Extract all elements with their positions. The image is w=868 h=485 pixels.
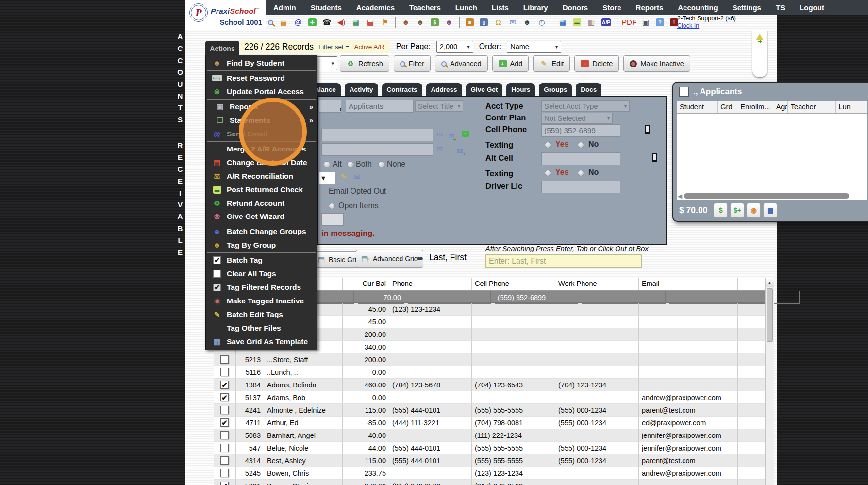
row-checkbox[interactable] [220,368,229,376]
statement-select[interactable]: ▾ [319,172,335,184]
table-row[interactable]: ✔4711Arthur, Ed-85.00(444) 111-3221(704)… [214,417,765,429]
email-field[interactable] [321,129,433,141]
menu-item-reset-password[interactable]: ⌨Reset Password [206,71,317,85]
email-alt-radio[interactable] [324,161,330,167]
filter-button[interactable]: Filter [394,55,431,72]
menu-item-reports[interactable]: ▣Reports» [206,100,317,114]
grid-icon[interactable]: ▦ [558,18,567,27]
table-row[interactable]: 4241Almonte , Edelnize115.00(555) 444-01… [214,404,765,417]
menu-item-a-r-reconciliation[interactable]: ⚖A/R Reconciliation [206,169,317,183]
check-green-icon[interactable]: ▬ [573,18,581,26]
row-checkbox[interactable] [220,456,229,465]
search-icon[interactable] [268,20,273,25]
help-icon[interactable]: ? [656,18,664,26]
acct-type-select[interactable]: Select Acct Type▾ [541,100,630,112]
add-payment-button[interactable]: $+ [730,203,744,218]
edit-button[interactable]: ✎Edit [533,55,570,72]
dialog-scroll-thumb[interactable] [684,193,849,199]
open-envelope-icon[interactable]: ✉ [354,172,360,182]
nav-item-store[interactable]: Store [595,0,628,15]
dialog-column-enrollm-[interactable]: Enrollm... [737,101,773,113]
charge-button[interactable]: $ [714,203,728,218]
chat-add-icon[interactable]: ⋯ [462,131,469,137]
family-icon[interactable]: ☻ [445,18,453,27]
menu-item-tag-by-group[interactable]: ☻Tag By Group [206,238,317,252]
slide-out-handle[interactable]: ➜ [752,30,767,77]
applicants-dialog-header[interactable]: ., Applicants [673,83,868,101]
nav-item-ts[interactable]: TS [768,0,792,15]
menu-item-statements[interactable]: ❐Statements» [206,114,317,127]
nav-item-lunch[interactable]: Lunch [448,0,484,15]
nav-item-reports[interactable]: Reports [629,0,671,15]
card-swipe-button[interactable]: ◉ [747,203,761,218]
advanced-button[interactable]: Advanced [435,55,488,72]
tab-docs[interactable]: Docs [576,83,601,96]
table-row[interactable]: ✔1384Adams, Belinda460.00(704) 123-5678(… [214,379,765,391]
row-checkbox[interactable]: ✔ [220,418,229,427]
money-icon[interactable]: $ [431,18,439,26]
menu-item-change-bal-as-of-date[interactable]: ▤Change Bal As of Date [206,156,317,169]
cards-icon[interactable]: ▦ [279,18,288,27]
send-envelope-icon[interactable]: ✉ [448,133,454,141]
cell-phone-field[interactable] [541,124,620,137]
add-button[interactable]: +Add [492,55,529,72]
menu-item-clear-all-tags[interactable]: Clear All Tags [206,267,317,281]
texting-no-radio[interactable] [578,142,584,148]
table-row[interactable]: 5116..Lunch, ..0.00 [214,366,765,379]
row-checkbox[interactable]: ✔ [220,381,229,389]
scrollbar-thumb[interactable] [767,288,773,342]
staff-icon[interactable]: ☻ [523,18,532,27]
dialog-column-grd[interactable]: Grd [718,101,737,113]
make-inactive-button[interactable]: Make Inactive [623,55,690,72]
advanced-grid-button[interactable]: ▤✎ Advanced Grid [356,250,423,268]
row-checkbox[interactable]: ✔ [220,482,229,485]
row-checkbox[interactable] [220,406,229,414]
title-select[interactable]: Select Title▾ [415,100,463,112]
dialog-column-student[interactable]: Student [677,101,718,113]
nav-item-teachers[interactable]: Teachers [402,0,448,15]
texting2-yes-radio[interactable] [545,170,551,176]
row-checkbox[interactable] [220,469,229,477]
menu-item-make-tagged-inactive[interactable]: Make Tagged Inactive [206,294,317,308]
nav-item-accounting[interactable]: Accounting [670,0,725,15]
menu-item-batch-change-groups[interactable]: ☻Batch Change Groups [206,225,317,238]
tab-activity[interactable]: Activity [345,83,378,96]
ap-icon[interactable]: A/P [601,18,611,26]
menu-item-batch-tag[interactable]: ✔Batch Tag [206,253,317,267]
menu-item-batch-edit-tags[interactable]: ✎Batch Edit Tags [206,308,317,321]
row-checkbox[interactable] [220,431,229,439]
order-select[interactable]: Name▾ [507,41,561,53]
menu-item-tag-filtered-records[interactable]: ✔Tag Filtered Records [206,281,317,294]
texting-yes-radio[interactable] [545,142,551,148]
dialog-column-lun[interactable]: Lun [836,101,867,113]
send-envelope-icon[interactable]: ✉ [457,147,463,155]
nav-item-settings[interactable]: Settings [725,0,768,15]
email-none-radio[interactable] [378,161,384,167]
lunch-icon[interactable]: ≡ [466,18,474,26]
scroll-left-icon[interactable]: ◀ [678,193,682,200]
open-items-radio[interactable] [329,203,335,209]
table-row[interactable]: 547Belue, Nicole44.00(555) 444-0101(555)… [214,442,765,454]
dialog-checkbox[interactable] [679,87,689,97]
megaphone-icon[interactable]: ⚑ [381,18,389,27]
nav-item-donors[interactable]: Donors [555,0,596,15]
menu-item-refund-account[interactable]: ♻Refund Account [206,197,317,210]
table-row[interactable]: ✔5137Adams, Bob0.00andrew@praxipower.com [214,391,765,404]
edit-pencil-icon[interactable]: ✎ [340,172,347,181]
table-row[interactable]: 4314Best, Ashley115.00(555) 444-0101(555… [214,454,765,467]
mobile-phone-icon[interactable] [652,153,657,162]
per-page-select[interactable]: 2,000▾ [436,41,473,53]
name-search-input[interactable] [485,254,642,268]
library-icon[interactable]: ▯ [480,18,488,26]
printer-icon[interactable]: ▣ [641,18,650,27]
open-envelope-icon[interactable]: ✉ [436,130,443,139]
tab-give-get[interactable]: Give Get [466,83,503,96]
tab-groups[interactable]: Groups [539,83,572,96]
phone-icon[interactable]: ☎ [322,18,331,27]
menu-item-tag-other-files[interactable]: Tag Other Files [206,321,317,335]
dialog-column-age[interactable]: Age [773,101,788,113]
nav-item-library[interactable]: Library [516,0,555,15]
nav-item-logout[interactable]: Logout [792,0,832,15]
mobile-phone-icon[interactable] [645,125,650,134]
row-checkbox[interactable] [220,444,229,452]
